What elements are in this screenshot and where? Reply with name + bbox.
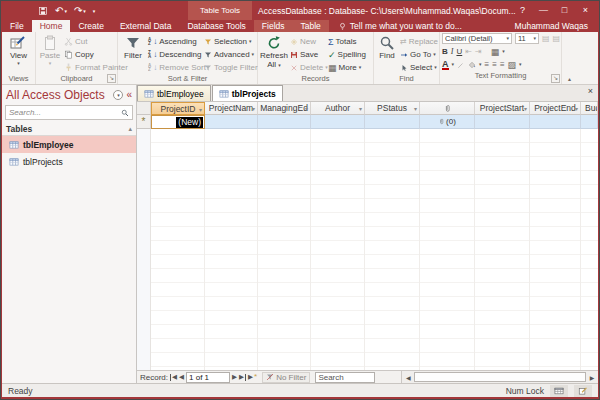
clipboard-dialog-launcher[interactable]: ↘ [107, 74, 116, 83]
font-name-combo[interactable]: Calibri (Detail)▾ [442, 33, 512, 44]
font-size-combo[interactable]: 11▾ [515, 33, 539, 44]
gridlines-icon[interactable]: ▦ [491, 47, 500, 57]
customize-qat-icon[interactable]: ▾ [93, 6, 96, 16]
toggle-filter-button[interactable]: Toggle Filter [204, 61, 258, 74]
column-header-projectname[interactable]: ProjectNam▾ [205, 102, 258, 115]
column-header-attachments[interactable] [420, 102, 475, 115]
nav-group-tables[interactable]: Tables ▴ [2, 122, 136, 136]
text-formatting-dialog-launcher[interactable]: ↘ [551, 74, 560, 83]
decrease-indent-icon[interactable]: ⇤ [465, 47, 472, 56]
nav-menu-icon[interactable]: ▾ [113, 90, 123, 100]
more-button[interactable]: ▦More▾ [328, 61, 366, 74]
nav-search-input[interactable] [9, 108, 119, 117]
delete-record-button[interactable]: Delete▾ [290, 61, 328, 74]
column-header-pstatus[interactable]: PStatus▾ [365, 102, 420, 115]
filter-button[interactable]: Filter [118, 32, 148, 60]
increase-indent-icon[interactable]: ⇥ [475, 47, 482, 56]
doc-tab-tblprojects[interactable]: tblProjects [212, 85, 283, 101]
cell[interactable] [581, 115, 598, 129]
undo-icon[interactable]: ↶▾ [55, 6, 67, 16]
tab-external-data[interactable]: External Data [112, 20, 180, 32]
bold-button[interactable]: B [442, 47, 448, 56]
font-color-button[interactable]: A [442, 60, 449, 70]
attachment-cell[interactable]: (0) [420, 115, 475, 129]
align-left-icon[interactable]: ≡ [485, 60, 490, 69]
collapse-ribbon-icon[interactable]: ▴ [568, 75, 571, 82]
tab-create[interactable]: Create [70, 20, 112, 32]
column-header-projectid[interactable]: ProjectID▾ [151, 102, 205, 115]
selection-button[interactable]: Selection▾ [204, 35, 258, 48]
nav-item-tblemployee[interactable]: tblEmployee [2, 136, 136, 153]
tab-table[interactable]: Table [293, 20, 329, 32]
nav-item-tblprojects[interactable]: tblProjects [2, 153, 136, 170]
nav-search-box[interactable] [5, 105, 133, 120]
save-record-button[interactable]: Save [290, 48, 328, 61]
next-record-button[interactable]: ▶ [232, 373, 237, 381]
column-header-managinged[interactable]: ManagingEd▾ [258, 102, 311, 115]
goto-button[interactable]: Go To▾ [400, 48, 438, 61]
shutter-close-icon[interactable]: « [126, 90, 132, 100]
tell-me-box[interactable]: Tell me what you want to do... [329, 20, 471, 32]
save-icon[interactable] [38, 6, 48, 16]
alternate-row-color-icon[interactable]: ▨ [508, 60, 517, 70]
tab-fields[interactable]: Fields [254, 20, 293, 32]
align-right-icon[interactable]: ≡ [500, 60, 505, 69]
record-search-input[interactable] [315, 372, 375, 383]
advanced-button[interactable]: Advanced▾ [204, 48, 258, 61]
tab-home[interactable]: Home [32, 20, 71, 32]
spelling-button[interactable]: ✓Spelling [328, 48, 366, 61]
close-document-icon[interactable]: × [588, 87, 593, 96]
cell[interactable] [365, 115, 420, 129]
tab-database-tools[interactable]: Database Tools [179, 20, 253, 32]
new-record-selector[interactable]: * [137, 115, 151, 129]
column-header-author[interactable]: Author▾ [311, 102, 365, 115]
underline-button[interactable]: U [456, 47, 462, 56]
design-view-button[interactable] [574, 385, 592, 397]
horizontal-scrollbar[interactable]: ◀ ▶ [401, 371, 598, 383]
close-button[interactable]: × [575, 1, 596, 20]
new-record-button[interactable]: New [290, 35, 328, 48]
select-button[interactable]: Select▾ [400, 61, 438, 74]
remove-sort-button[interactable]: AZ↓Remove Sort [148, 61, 204, 74]
last-record-button[interactable]: ▶ [239, 373, 246, 381]
select-all-corner[interactable] [137, 102, 151, 115]
cell[interactable] [205, 115, 258, 129]
scrollbar-thumb[interactable] [414, 372, 586, 382]
redo-icon[interactable]: ↷▾ [74, 6, 86, 16]
column-header-projectstart[interactable]: ProjectStart▾ [475, 102, 530, 115]
datasheet-view-button[interactable] [550, 385, 568, 397]
fill-bucket-icon[interactable] [468, 61, 476, 69]
italic-button[interactable]: I [451, 47, 454, 56]
tab-file[interactable]: File [2, 20, 32, 32]
new-blank-record-button[interactable]: ▶* [248, 373, 257, 381]
minimize-button[interactable]: — [533, 1, 554, 20]
cell[interactable] [311, 115, 365, 129]
align-center-icon[interactable]: ≡ [492, 60, 497, 69]
user-name[interactable]: Muhammad Waqas [515, 20, 588, 32]
collapse-group-icon[interactable]: ▴ [128, 125, 132, 133]
find-button[interactable]: Find [374, 32, 400, 60]
totals-button[interactable]: ΣTotals [328, 35, 366, 48]
maximize-button[interactable]: □ [554, 1, 575, 20]
numbering-icon[interactable]: ▤ [553, 34, 561, 43]
cell[interactable] [530, 115, 581, 129]
no-filter-button[interactable]: No Filter [262, 372, 310, 383]
descending-button[interactable]: ZA↓Descending [148, 48, 204, 61]
first-record-button[interactable]: ◀ [170, 373, 177, 381]
bullets-icon[interactable]: ▤ [542, 34, 550, 43]
new-record-id-cell[interactable]: (New) [151, 115, 205, 129]
doc-tab-tblemployee[interactable]: tblEmployee [137, 85, 211, 101]
record-position[interactable]: 1 of 1 [186, 372, 230, 383]
highlighter-icon[interactable] [457, 61, 465, 69]
column-header-budget[interactable]: Budge [581, 102, 598, 115]
view-button[interactable]: View ▾ [10, 32, 27, 66]
previous-record-button[interactable]: ◀ [179, 373, 184, 381]
scroll-right-icon[interactable]: ▶ [586, 374, 598, 381]
replace-button[interactable]: ⇄Replace [400, 35, 438, 48]
ascending-button[interactable]: AZ↓Ascending [148, 35, 204, 48]
scroll-left-icon[interactable]: ◀ [402, 374, 414, 381]
refresh-all-button[interactable]: Refresh All ▾ [258, 32, 290, 69]
column-header-projectend[interactable]: ProjectEnd▾ [530, 102, 581, 115]
cell[interactable] [258, 115, 311, 129]
paste-button[interactable]: Paste ▾ [36, 32, 64, 66]
